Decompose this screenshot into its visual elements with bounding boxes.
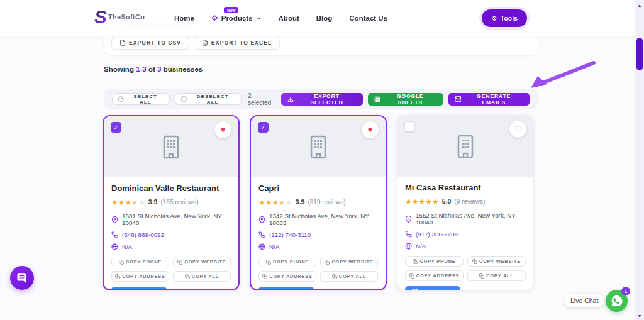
star-icon: ★ — [412, 197, 419, 206]
card-image-placeholder: ✓ ♥ — [251, 116, 386, 177]
phone-icon — [258, 231, 265, 238]
card-checkbox[interactable]: ✓ — [404, 121, 415, 132]
scroll-up-arrow[interactable]: ▲ — [635, 3, 644, 8]
star-icon: ★ — [265, 198, 272, 207]
square-icon — [181, 96, 187, 102]
address-text: 1342 St Nicholas Ave, New York, NY 10033 — [269, 212, 378, 226]
favorite-button[interactable]: ♥ — [362, 121, 379, 138]
business-card: ✓ ♡ Mi Casa Restaurant ★★★★★ 5.0 (9 revi… — [397, 115, 534, 290]
copy-icon — [115, 274, 120, 279]
export-selected-button[interactable]: EXPORT SELECTED — [281, 93, 363, 106]
copy-all-button[interactable]: COPY ALL — [467, 270, 526, 281]
copy-icon — [262, 274, 267, 279]
heart-icon: ♡ — [514, 125, 522, 133]
nav-item-about[interactable]: About — [279, 14, 299, 22]
star-rating: ★★★★★ — [405, 196, 439, 207]
address-row: 1552 St Nicholas Ave, New York, NY 10040 — [405, 212, 526, 226]
rating-value: 5.0 — [442, 197, 452, 205]
copy-icon — [185, 274, 190, 279]
card-body: Dominican Valle Restaurant ★★★★★ 3.9 (16… — [104, 177, 238, 290]
copy-icon — [472, 259, 477, 264]
grid-icon — [374, 96, 380, 102]
download-icon — [287, 96, 294, 102]
copy-icon — [332, 274, 337, 279]
copy-address-button[interactable]: COPY ADDRESS — [258, 271, 316, 282]
copy-phone-button[interactable]: COPY PHONE — [405, 256, 464, 267]
copy-address-button[interactable]: COPY ADDRESS — [405, 270, 464, 281]
copy-buttons: COPY PHONE COPY WEBSITE COPY ADDRESS COP… — [258, 257, 378, 282]
favorite-button[interactable]: ♡ — [509, 121, 526, 138]
favorite-button[interactable]: ♥ — [214, 121, 231, 138]
file-icon — [119, 40, 126, 46]
star-icon: ★ — [286, 198, 292, 207]
nav-item-products[interactable]: New ⚙ Products — [211, 14, 262, 23]
card-image-placeholder: ✓ ♡ — [397, 116, 533, 177]
gear-icon: ⚙ — [491, 14, 497, 22]
phone-text[interactable]: (212) 740-3110 — [269, 231, 311, 238]
star-icon: ★ — [419, 197, 426, 206]
phone-text[interactable]: (917) 388-2239 — [416, 231, 458, 238]
chat-bubble-icon — [16, 272, 28, 284]
star-icon: ★ — [138, 198, 145, 207]
check-icon: ✓ — [113, 124, 118, 131]
select-all-button[interactable]: SELECT ALL — [112, 93, 170, 105]
copy-website-button[interactable]: COPY WEBSITE — [467, 256, 526, 267]
globe-icon — [405, 243, 412, 250]
phone-text[interactable]: (646) 869-0092 — [122, 231, 164, 238]
notification-badge: 1 — [621, 287, 630, 295]
star-icon: ★ — [432, 197, 439, 206]
copy-buttons: COPY PHONE COPY WEBSITE COPY ADDRESS COP… — [111, 257, 231, 282]
copy-icon — [479, 273, 484, 279]
brand-name: TheSoftCo — [108, 13, 145, 21]
check-icon: ✓ — [260, 124, 265, 131]
live-chat-label[interactable]: Live Chat — [564, 294, 604, 307]
heart-icon: ♥ — [221, 126, 226, 134]
nav-item-contact[interactable]: Contact Us — [349, 14, 387, 22]
spreadsheet-icon — [202, 40, 208, 46]
copy-all-button[interactable]: COPY ALL — [320, 271, 378, 282]
scrollbar[interactable]: ▲ ▼ — [635, 0, 644, 320]
export-excel-button[interactable]: EXPORT TO EXCEL — [194, 36, 280, 50]
building-icon — [162, 135, 180, 159]
tools-button[interactable]: ⚙ Tools — [482, 9, 527, 27]
brand-logo[interactable]: S TheSoftCo — [94, 8, 145, 26]
star-icon: ★ — [272, 198, 279, 207]
phone-icon — [111, 231, 118, 238]
card-checkbox[interactable]: ✓ — [258, 122, 269, 133]
star-icon: ★ — [279, 198, 286, 207]
address-row: 1601 St Nicholas Ave, New York, NY 10040 — [111, 212, 231, 226]
deselect-all-button[interactable]: DESELECT ALL — [175, 93, 241, 105]
nav-item-home[interactable]: Home — [174, 14, 194, 22]
export-csv-button[interactable]: EXPORT TO CSV — [111, 36, 189, 50]
envelope-icon — [455, 96, 462, 102]
nav-item-blog[interactable]: Blog — [316, 14, 333, 22]
card-body: Mi Casa Restaurant ★★★★★ 5.0 (9 reviews)… — [397, 177, 533, 290]
navbar: S TheSoftCo Home New ⚙ Products About Bl… — [0, 0, 635, 36]
business-name: Capri — [258, 184, 378, 193]
generate-emails-button[interactable]: GENERATE EMAILS — [448, 93, 530, 106]
copy-phone-button[interactable]: COPY PHONE — [258, 257, 316, 267]
address-text: 1601 St Nicholas Ave, New York, NY 10040 — [122, 212, 231, 226]
copy-website-button[interactable]: COPY WEBSITE — [320, 257, 378, 267]
scroll-down-arrow[interactable]: ▼ — [635, 314, 644, 318]
copy-website-button[interactable]: COPY WEBSITE — [173, 257, 231, 267]
open-in-maps-button[interactable]: Open in Maps — [405, 286, 460, 290]
phone-row: (917) 388-2239 — [405, 231, 526, 238]
card-checkbox[interactable]: ✓ — [111, 122, 121, 133]
new-badge: New — [224, 7, 238, 13]
scrollbar-thumb[interactable] — [636, 38, 643, 70]
rating-row: ★★★★★ 5.0 (9 reviews) — [405, 196, 526, 207]
brand-logo-icon: S — [94, 8, 107, 26]
copy-address-button[interactable]: COPY ADDRESS — [111, 271, 169, 282]
chat-fab-button[interactable] — [10, 266, 34, 290]
business-card: ✓ ♥ Dominican Valle Restaurant ★★★★★ 3.9… — [103, 115, 240, 290]
open-in-maps-button[interactable]: Open in Maps — [111, 287, 167, 290]
google-sheets-button[interactable]: GOOGLE SHEETS — [368, 93, 443, 106]
open-in-maps-button[interactable]: Open in Maps — [258, 287, 314, 290]
copy-all-button[interactable]: COPY ALL — [173, 271, 231, 282]
toolbar-actions: EXPORT SELECTED GOOGLE SHEETS GENERATE E… — [281, 93, 530, 106]
copy-phone-button[interactable]: COPY PHONE — [111, 257, 169, 267]
copy-icon — [266, 260, 271, 265]
address-text: 1552 St Nicholas Ave, New York, NY 10040 — [416, 212, 526, 226]
reviews-count: (9 reviews) — [454, 198, 485, 205]
